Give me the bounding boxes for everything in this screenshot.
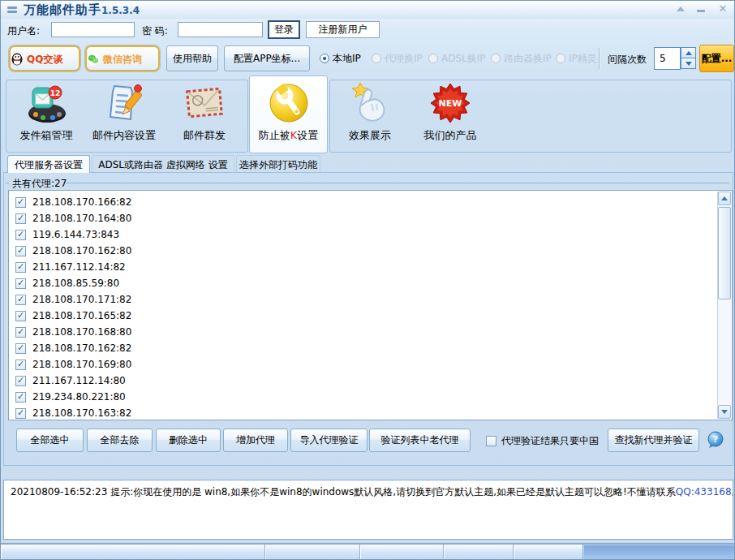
china-only-option[interactable]: 代理验证结果只要中国	[486, 434, 599, 448]
toolbar-item-anti-block[interactable]: 防止被K设置	[252, 82, 325, 143]
new-badge-text: NEW	[439, 98, 462, 109]
proxy-checkbox[interactable]	[15, 213, 26, 224]
proxy-checkbox[interactable]	[15, 278, 26, 289]
scrollbar-thumb[interactable]	[718, 207, 731, 299]
proxy-checkbox[interactable]	[15, 262, 26, 273]
proxy-row: 218.108.170.162:80	[9, 243, 732, 259]
scroll-up-button[interactable]	[718, 192, 731, 205]
proxy-checkbox[interactable]	[15, 392, 26, 403]
bulk-mail-icon	[183, 82, 226, 124]
interval-input[interactable]: 5	[654, 47, 681, 70]
tab-adsl-router[interactable]: ADSL或路由器 虚拟网络 设置	[92, 155, 234, 173]
proxy-checkbox[interactable]	[15, 230, 26, 240]
proxy-row: 218.108.170.163:82	[9, 405, 732, 420]
radio-proxy-ip-label: 代理换IP	[385, 52, 423, 66]
statusbar-panel	[1, 545, 265, 560]
china-only-checkbox[interactable]	[486, 436, 496, 446]
proxy-row: 218.108.170.171:82	[9, 291, 732, 308]
toolbar-item-outbox[interactable]: 12 发件箱管理	[11, 82, 82, 143]
toolbar-item-products[interactable]: NEW 我们的产品	[413, 82, 488, 143]
statusbar-panel-right	[583, 545, 735, 560]
toolbar-item-bulk-send-label: 邮件群发	[183, 128, 226, 143]
rollup-button[interactable]	[673, 2, 689, 16]
proxy-row: 211.167.112.14:82	[9, 259, 732, 275]
statusbar-panel	[444, 545, 514, 560]
proxy-checkbox[interactable]	[15, 295, 26, 305]
proxy-checkbox[interactable]	[15, 197, 26, 208]
register-button[interactable]: 注册新用户	[306, 21, 380, 38]
mail-content-icon	[103, 82, 145, 124]
proxy-checkbox[interactable]	[15, 311, 26, 321]
toolbar-item-bulk-send[interactable]: 邮件群发	[168, 82, 241, 143]
help-bubble-icon[interactable]: ?	[707, 431, 724, 449]
outbox-manager-icon: 12	[25, 82, 67, 124]
proxy-address: 218.108.170.162:80	[32, 245, 131, 256]
tab-proxy-settings[interactable]: 代理服务器设置	[7, 155, 90, 173]
quick-toolbar: QQ交谈 微信咨询 使用帮助 配置APP坐标... 本地IP 代理换IP ADS…	[1, 41, 734, 75]
proxy-address: 218.108.85.59:80	[32, 278, 119, 289]
outbox-badge-count: 12	[50, 89, 61, 97]
rollup-icon	[677, 6, 685, 11]
spinner-down-button[interactable]	[681, 58, 696, 69]
wechat-button[interactable]: 微信咨询	[85, 45, 160, 71]
proxy-checkbox[interactable]	[15, 327, 26, 338]
proxy-row: 119.6.144.73:843	[9, 226, 732, 243]
import-verify-button[interactable]: 导入代理验证	[290, 429, 368, 452]
tab-captcha[interactable]: 选择外部打码功能	[236, 155, 320, 173]
app-coord-button[interactable]: 配置APP坐标...	[224, 45, 310, 71]
find-new-verify-button[interactable]: 查找新代理并验证	[608, 429, 699, 452]
proxy-list[interactable]: 218.108.170.166:82 218.108.170.164:80 11…	[8, 190, 733, 420]
proxy-checkbox[interactable]	[15, 246, 26, 256]
password-input[interactable]	[178, 22, 263, 37]
proxy-count-label: 共有代理:27	[12, 177, 67, 191]
proxy-row: 218.108.170.168:80	[9, 324, 732, 340]
wechat-icon	[87, 53, 100, 66]
password-label: 密 码:	[142, 24, 168, 38]
radio-ip-genie: IP精灵	[556, 53, 597, 64]
radio-adsl-ip-label: ADSL换IP	[441, 52, 486, 66]
interval-label: 间隔次数	[608, 53, 647, 67]
proxy-checkbox[interactable]	[15, 360, 26, 370]
verify-old-proxies-button[interactable]: 验证列表中老代理	[369, 429, 471, 452]
proxy-checkbox[interactable]	[15, 343, 26, 354]
config-button[interactable]: 配置...	[699, 45, 734, 72]
proxy-rows: 218.108.170.166:82 218.108.170.164:80 11…	[9, 191, 732, 420]
interval-spinner	[681, 47, 696, 70]
usage-help-button[interactable]: 使用帮助	[166, 45, 218, 71]
add-proxy-button[interactable]: 增加代理	[223, 429, 288, 452]
select-all-button[interactable]: 全部选中	[16, 429, 84, 452]
proxy-row: 218.108.170.166:82	[9, 194, 732, 210]
username-label: 用户名:	[7, 24, 40, 38]
log-time: 20210809-16:52:23	[11, 486, 107, 498]
arrow-down-icon	[686, 62, 692, 66]
radio-local-ip[interactable]: 本地IP	[320, 53, 361, 64]
proxy-checkbox[interactable]	[15, 376, 26, 386]
groupbox-border	[6, 183, 9, 183]
proxy-checkbox[interactable]	[15, 408, 26, 419]
groupbox-border	[66, 183, 729, 183]
toolbar-item-effects[interactable]: 效果展示	[335, 82, 405, 143]
spinner-up-button[interactable]	[681, 47, 696, 58]
deselect-all-button[interactable]: 全部去除	[87, 429, 153, 452]
scroll-down-button[interactable]	[718, 405, 731, 419]
minimize-button[interactable]	[693, 2, 709, 16]
login-button[interactable]: 登录	[269, 21, 299, 38]
radio-adsl-ip: ADSL换IP	[428, 53, 486, 64]
statusbar-panel	[265, 545, 360, 560]
delete-selected-button[interactable]: 删除选中	[156, 429, 221, 452]
toolbar-item-content[interactable]: 邮件内容设置	[87, 82, 161, 143]
proxy-address: 218.108.170.164:80	[32, 213, 131, 224]
window-title-text: 万能邮件助手	[24, 2, 101, 17]
proxy-row: 218.108.85.59:80	[9, 275, 732, 291]
radio-ip-genie-label: IP精灵	[569, 52, 597, 66]
radio-selected-icon	[320, 54, 329, 63]
log-message: 提示:你现在使用的是 win8,如果你不是win8的windows默认风格,请切…	[107, 486, 675, 498]
proxy-address: 218.108.170.171:82	[32, 294, 131, 305]
close-button[interactable]: ✕	[715, 2, 731, 16]
log-qq-contact: QQ:433168	[676, 486, 732, 498]
username-input[interactable]	[51, 22, 135, 37]
proxy-scrollbar[interactable]	[717, 192, 731, 419]
status-log: 20210809-16:52:23 提示:你现在使用的是 win8,如果你不是w…	[3, 480, 733, 540]
qq-chat-button[interactable]: QQ交谈	[9, 45, 80, 71]
radio-icon	[372, 54, 381, 63]
